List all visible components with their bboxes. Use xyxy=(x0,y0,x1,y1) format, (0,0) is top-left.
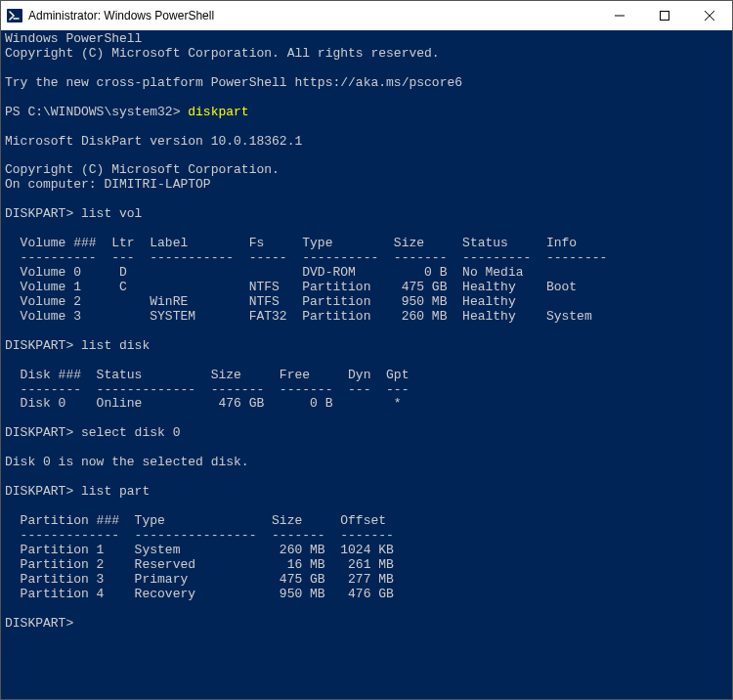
cmd-list-vol: list vol xyxy=(81,206,142,221)
maximize-button[interactable] xyxy=(642,1,687,30)
diskpart-computer: On computer: DIMITRI-LAPTOP xyxy=(5,177,211,192)
powershell-icon xyxy=(7,8,22,23)
diskpart-prompt: DISKPART> xyxy=(5,425,81,440)
disk-header: Disk ### Status Size Free Dyn Gpt xyxy=(5,368,409,382)
diskpart-prompt: DISKPART> xyxy=(5,338,81,353)
vol-sep: ---------- --- ----------- ----- -------… xyxy=(5,250,607,265)
vol-row: Volume 3 SYSTEM FAT32 Partition 260 MB H… xyxy=(5,309,592,324)
vol-row: Volume 1 C NTFS Partition 475 GB Healthy… xyxy=(5,280,577,294)
window-controls xyxy=(597,1,732,30)
titlebar[interactable]: Administrator: Windows PowerShell xyxy=(1,1,732,30)
part-sep: ------------- ---------------- ------- -… xyxy=(5,528,394,543)
window-title: Administrator: Windows PowerShell xyxy=(28,9,597,22)
svg-rect-2 xyxy=(661,12,669,21)
diskpart-copyright: Copyright (C) Microsoft Corporation. xyxy=(5,162,280,177)
ps-command: diskpart xyxy=(188,105,248,119)
ps-banner-line2: Copyright (C) Microsoft Corporation. All… xyxy=(5,46,440,61)
diskpart-prompt: DISKPART> xyxy=(5,484,81,499)
part-header: Partition ### Type Size Offset xyxy=(5,513,386,528)
ps-prompt: PS C:\WINDOWS\system32> xyxy=(5,105,188,119)
part-row: Partition 3 Primary 475 GB 277 MB xyxy=(5,572,394,587)
vol-row: Volume 0 D DVD-ROM 0 B No Media xyxy=(5,265,524,280)
ps-banner-line1: Windows PowerShell xyxy=(5,31,142,46)
part-row: Partition 4 Recovery 950 MB 476 GB xyxy=(5,587,394,601)
ps-try-line: Try the new cross-platform PowerShell ht… xyxy=(5,75,462,90)
diskpart-prompt: DISKPART> xyxy=(5,206,81,221)
select-disk-msg: Disk 0 is now the selected disk. xyxy=(5,455,249,469)
disk-row: Disk 0 Online 476 GB 0 B * xyxy=(5,396,402,411)
vol-row: Volume 2 WinRE NTFS Partition 950 MB Hea… xyxy=(5,294,516,309)
vol-header: Volume ### Ltr Label Fs Type Size Status… xyxy=(5,236,577,250)
cmd-select-disk: select disk 0 xyxy=(81,425,180,440)
cmd-list-part: list part xyxy=(81,484,150,499)
minimize-button[interactable] xyxy=(597,1,642,30)
diskpart-prompt-final: DISKPART> xyxy=(5,616,81,631)
close-button[interactable] xyxy=(687,1,732,30)
diskpart-version: Microsoft DiskPart version 10.0.18362.1 xyxy=(5,134,302,149)
powershell-window: Administrator: Windows PowerShell Window… xyxy=(0,0,733,700)
disk-sep: -------- ------------- ------- ------- -… xyxy=(5,382,409,397)
part-row: Partition 1 System 260 MB 1024 KB xyxy=(5,543,394,557)
cmd-list-disk: list disk xyxy=(81,338,150,353)
part-row: Partition 2 Reserved 16 MB 261 MB xyxy=(5,557,394,572)
terminal-output[interactable]: Windows PowerShell Copyright (C) Microso… xyxy=(1,30,732,699)
